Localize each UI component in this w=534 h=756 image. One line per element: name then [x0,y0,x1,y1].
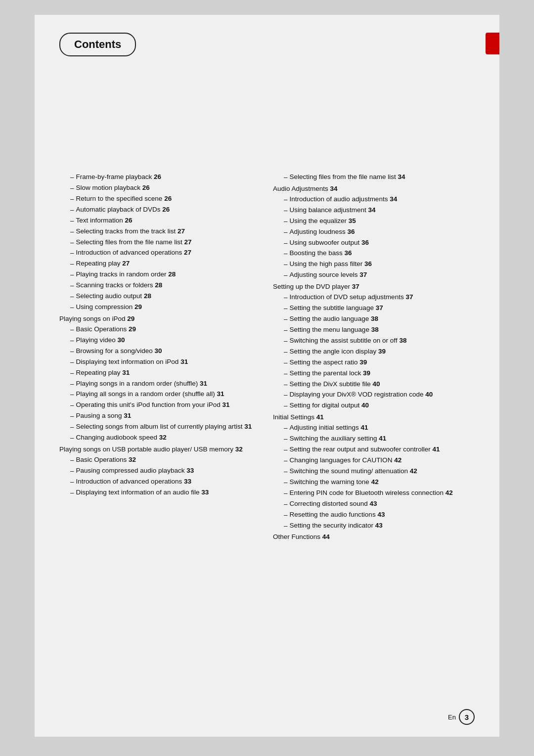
toc-sub-item: –Displaying text information on iPod 31 [59,357,261,368]
toc-top-level: Other Functions 44 [273,532,475,542]
toc-sub-item: –Basic Operations 29 [59,324,261,335]
toc-sub-item: –Return to the specified scene 26 [59,194,261,205]
toc-sub-item: –Text information 26 [59,216,261,226]
toc-sub-item: –Setting the menu language 38 [273,325,475,336]
toc-sub-item: –Switching the warning tone 42 [273,477,475,488]
toc-top-level: Audio Adjustments 34 [273,184,475,194]
right-column: –Selecting files from the file name list… [273,172,475,542]
toc-sub-item: –Setting the angle icon display 39 [273,347,475,357]
toc-sub-item: –Browsing for a song/video 30 [59,346,261,357]
toc-sub-item: –Selecting tracks from the track list 27 [59,226,261,237]
toc-sub-item: –Pausing compressed audio playback 33 [59,466,261,477]
toc-sub-item: –Displaying text information of an audio… [59,488,261,498]
toc-sub-item: –Playing video 30 [59,335,261,346]
toc-sub-item: –Using compression 29 [59,302,261,313]
toc-sub-item: –Slow motion playback 26 [59,183,261,194]
toc-sub-item: –Playing songs in a random order (shuffl… [59,379,261,390]
toc-sub-item: –Adjusting initial settings 41 [273,423,475,434]
page-number: 3 [459,709,475,725]
toc-sub-item: –Pausing a song 31 [59,411,261,422]
toc-sub-item: –Entering PIN code for Bluetooth wireles… [273,488,475,499]
toc-sub-item: –Using subwoofer output 36 [273,238,475,249]
toc-sub-item: –Correcting distorted sound 43 [273,499,475,510]
toc-sub-item: –Adjusting loudness 36 [273,227,475,238]
toc-sub-item: –Using the high pass filter 36 [273,259,475,270]
toc-sub-item: –Using the equalizer 35 [273,216,475,227]
content-area: –Frame-by-frame playback 26–Slow motion … [59,172,475,542]
toc-sub-item: –Changing audiobook speed 32 [59,433,261,444]
toc-sub-item: –Setting the DivX subtitle file 40 [273,379,475,390]
toc-sub-item: –Boosting the bass 36 [273,248,475,259]
toc-sub-item: –Switching the sound muting/ attenuation… [273,466,475,477]
toc-sub-item: –Automatic playback of DVDs 26 [59,205,261,216]
toc-sub-item: –Introduction of DVD setup adjustments 3… [273,292,475,303]
toc-sub-item: –Basic Operations 32 [59,455,261,466]
toc-sub-item: –Selecting songs from album list of curr… [59,422,261,433]
toc-sub-item: –Selecting audio output 28 [59,291,261,302]
toc-sub-item: –Setting the parental lock 39 [273,368,475,379]
toc-sub-item: –Setting the aspect ratio 39 [273,357,475,368]
toc-sub-item: –Repeating play 27 [59,259,261,269]
toc-sub-item: –Playing tracks in random order 28 [59,269,261,280]
toc-sub-item: –Switching the assist subtitle on or off… [273,336,475,347]
toc-sub-item: –Frame-by-frame playback 26 [59,172,261,183]
toc-sub-item: –Selecting files from the file name list… [273,172,475,183]
bottom-bar: En 3 [448,709,475,725]
toc-top-level: Playing songs on iPod 29 [59,314,261,324]
toc-sub-item: –Scanning tracks or folders 28 [59,280,261,291]
toc-sub-item: –Operating this unit's iPod function fro… [59,400,261,411]
toc-sub-item: –Playing all songs in a random order (sh… [59,389,261,400]
toc-sub-item: –Displaying your DivX® VOD registration … [273,390,475,400]
toc-sub-item: –Setting the subtitle language 37 [273,303,475,314]
toc-top-level: Initial Settings 41 [273,412,475,423]
toc-sub-item: –Setting the rear output and subwoofer c… [273,445,475,455]
toc-sub-item: –Setting for digital output 40 [273,400,475,411]
toc-sub-item: –Introduction of advanced operations 27 [59,248,261,259]
toc-sub-item: –Adjusting source levels 37 [273,270,475,281]
toc-sub-item: –Repeating play 31 [59,368,261,379]
toc-sub-item: –Introduction of advanced operations 33 [59,477,261,488]
red-tab [486,33,499,54]
page: Contents –Frame-by-frame playback 26–Slo… [35,15,499,737]
toc-sub-item: –Switching the auxiliary setting 41 [273,434,475,445]
toc-sub-item: –Setting the audio language 38 [273,314,475,325]
toc-sub-item: –Changing languages for CAUTION 42 [273,455,475,466]
toc-top-level: Playing songs on USB portable audio play… [59,445,261,455]
left-column: –Frame-by-frame playback 26–Slow motion … [59,172,273,542]
toc-sub-item: –Setting the security indicator 43 [273,521,475,532]
toc-sub-item: –Resetting the audio functions 43 [273,510,475,521]
contents-title: Contents [59,33,136,56]
toc-sub-item: –Using balance adjustment 34 [273,205,475,216]
toc-sub-item: –Selecting files from the file name list… [59,237,261,248]
toc-top-level: Setting up the DVD player 37 [273,282,475,292]
en-label: En [448,713,456,721]
toc-sub-item: –Introduction of audio adjustments 34 [273,194,475,205]
